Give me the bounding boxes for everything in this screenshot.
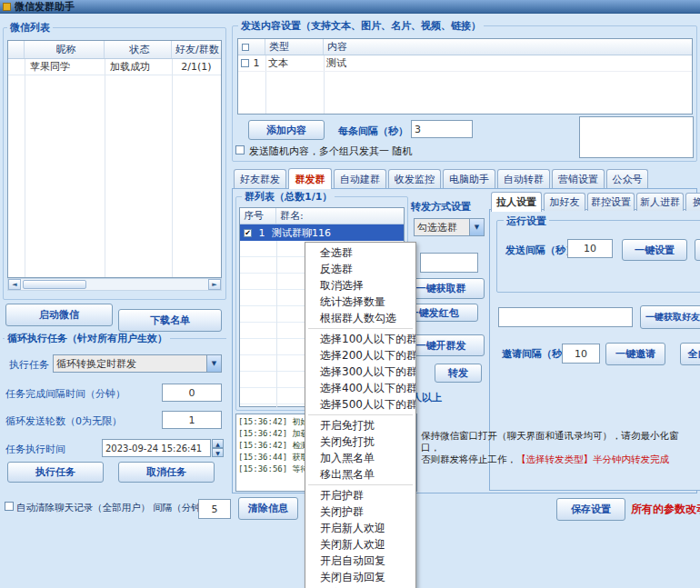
menu-item-blacklist-remove[interactable]: 移出黑名单 <box>305 466 415 483</box>
task-type-combobox[interactable]: 循环转换定时群发 ▼ <box>53 354 222 373</box>
task-rounds-input[interactable]: 1 <box>162 411 222 429</box>
fetch-friends-button[interactable]: 一键获取好友 <box>640 305 700 329</box>
scroll-right-icon[interactable]: ► <box>208 279 221 290</box>
random-checkbox[interactable] <box>235 145 245 154</box>
per-item-interval-input[interactable]: 3 <box>411 120 473 138</box>
wechat-table-header: 昵称 状态 好友/群数 <box>8 41 221 59</box>
menu-item-cancel-select[interactable]: 取消选择 <box>305 277 415 294</box>
tab-monitor[interactable]: 收发监控 <box>388 169 441 188</box>
group-table-selected-row[interactable]: ✔ 1 测试群聊116 <box>240 224 404 241</box>
menu-item-mute-on[interactable]: 开启免打扰 <box>305 417 415 434</box>
auto-clear-checkbox[interactable] <box>5 502 14 511</box>
menu-item-guard-on[interactable]: 开启护群 <box>305 487 415 503</box>
save-settings-button[interactable]: 保存设置 <box>556 498 625 521</box>
scroll-left-icon[interactable]: ◄ <box>8 279 21 290</box>
clear-interval-input[interactable]: 5 <box>198 499 231 519</box>
wechat-col-count: 好友/群数 <box>172 41 221 58</box>
task-time-input[interactable]: 2023-09-24 15:26:41 <box>102 439 211 457</box>
task-rounds-label: 循环发送轮数（0为无限） <box>5 414 122 428</box>
menu-item-select-all[interactable]: 全选群 <box>305 244 415 261</box>
tab-auto-create-group[interactable]: 自动建群 <box>334 169 386 188</box>
menu-item-autoreply-on[interactable]: 开启自动回复 <box>305 553 415 569</box>
menu-item-count-selected[interactable]: 统计选择数量 <box>305 294 415 310</box>
clear-info-button[interactable]: 清除信息 <box>238 497 298 520</box>
menu-separator <box>308 328 413 329</box>
tab-auto-switch-group[interactable]: 自动转群 <box>497 169 550 188</box>
tab-friend-send[interactable]: 好友群发 <box>234 169 286 188</box>
forward-mode-combobox[interactable]: 勾选选群 ▼ <box>414 218 485 236</box>
tab-marketing[interactable]: 营销设置 <box>552 169 605 188</box>
task-section-title: 循环执行任务（针对所有用户生效） <box>5 332 170 345</box>
wechat-table-hscrollbar[interactable]: ◄ ► <box>7 278 222 291</box>
rtab-add-friend[interactable]: 加好友 <box>544 193 585 211</box>
content-table[interactable]: 类型 内容 1 文本 测试 <box>237 38 693 115</box>
wechat-table[interactable]: 昵称 状态 好友/群数 苹果同学 加载成功 2/1(1) <box>7 40 222 278</box>
warning-text: 所有的参数改动需要 <box>631 502 700 517</box>
content-row-type: 文本 <box>264 56 322 70</box>
edge-auto-button-1[interactable]: 全自动 <box>695 239 700 261</box>
wechat-count: 2/1(1) <box>172 61 221 73</box>
tab-official-account[interactable]: 公众号 <box>606 169 648 188</box>
menu-item-blacklist-add[interactable]: 加入黑名单 <box>305 450 415 466</box>
random-checkbox-label: 发送随机内容，多个组只发其一 随机 <box>249 145 413 158</box>
menu-item-autoreply-off[interactable]: 关闭自动回复 <box>305 569 415 585</box>
auto-clear-label: 自动清除聊天记录（全部用户） 间隔（分钟） <box>16 502 210 514</box>
rtab-invite-settings[interactable]: 拉人设置 <box>491 192 542 212</box>
menu-item-under-400[interactable]: 选择400人以下的群 <box>305 380 415 396</box>
content-title: 发送内容设置（支持文本、图片、名片、视频、链接） <box>238 19 484 33</box>
menu-item-under-200[interactable]: 选择200人以下的群 <box>305 347 415 364</box>
download-list-button[interactable]: 下载名单 <box>118 309 222 332</box>
notice-line2: 否则群发将停止工作，【选择转发类型】半分钟内转发完成 <box>421 453 695 465</box>
menu-item-welcome-off[interactable]: 关闭新人欢迎 <box>305 536 415 553</box>
rtab-switch-group[interactable]: 换群 <box>685 193 700 211</box>
notice-line1: 保持微信窗口打开（聊天界面和通讯录均可），请勿最小化窗口， <box>421 430 695 453</box>
friend-input[interactable] <box>498 307 633 327</box>
menu-item-under-300[interactable]: 选择300人以下的群 <box>305 364 415 380</box>
chevron-down-icon[interactable]: ▼ <box>206 355 221 372</box>
chevron-down-icon[interactable]: ▼ <box>469 219 484 235</box>
task-time-spinner[interactable]: ▲ ▼ <box>212 439 224 457</box>
tab-pc-helper[interactable]: 电脑助手 <box>443 169 495 188</box>
menu-item-under-500[interactable]: 选择500人以下的群 <box>305 396 415 413</box>
content-table-row[interactable]: 1 文本 测试 <box>238 55 692 72</box>
row-checkbox[interactable] <box>241 59 249 67</box>
spin-up-icon[interactable]: ▲ <box>212 439 224 448</box>
menu-item-under-100[interactable]: 选择100人以下的群 <box>305 331 415 347</box>
tab-group-send[interactable]: 群发群 <box>288 168 332 189</box>
add-content-button[interactable]: 添加内容 <box>248 120 325 140</box>
checkbox-checked-icon[interactable]: ✔ <box>244 229 252 237</box>
group-filter-input[interactable] <box>420 253 478 273</box>
notice-line2-black: 否则群发将停止工作， <box>421 453 516 464</box>
menu-item-select-by-size[interactable]: 根据群人数勾选 <box>305 310 415 326</box>
forward-mode-label: 转发方式设置 <box>411 200 471 214</box>
checkbox-all-icon[interactable] <box>242 44 249 51</box>
content-preview-box[interactable] <box>579 116 694 158</box>
one-key-invite-button[interactable]: 一键邀请 <box>605 343 665 365</box>
group-list-title: 群列表（总数1/1） <box>242 190 335 204</box>
rtab-newcomer[interactable]: 新人进群 <box>636 193 684 211</box>
task-time-label: 任务执行时间 <box>5 443 65 456</box>
edge-auto-button-2[interactable]: 全自动 <box>680 343 700 365</box>
wechat-table-row[interactable]: 苹果同学 加载成功 2/1(1) <box>8 59 221 75</box>
group-table-header: 序号 群名: <box>240 208 404 224</box>
invite-interval-input[interactable]: 10 <box>562 344 600 364</box>
start-wechat-button[interactable]: 启动微信 <box>5 304 113 326</box>
menu-item-guard-off[interactable]: 关闭护群 <box>305 503 415 520</box>
task-interval-label: 任务完成间隔时间（分钟） <box>5 387 125 401</box>
menu-item-mute-off[interactable]: 关闭免打扰 <box>305 434 415 450</box>
menu-item-invert-select[interactable]: 反选群 <box>305 261 415 277</box>
menu-item-welcome-on[interactable]: 开启新人欢迎 <box>305 520 415 536</box>
task-type-label: 执行任务 <box>9 358 49 372</box>
spin-down-icon[interactable]: ▼ <box>212 448 224 457</box>
rtab-group-control[interactable]: 群控设置 <box>587 193 635 211</box>
window-title: 微信发群助手 <box>15 0 75 14</box>
cancel-task-button[interactable]: 取消任务 <box>118 462 215 483</box>
forward-button[interactable]: 转发 <box>435 364 482 383</box>
one-key-set-button[interactable]: 一键设置 <box>622 239 687 261</box>
send-interval-input[interactable]: 10 <box>567 239 613 258</box>
wechat-nick: 苹果同学 <box>25 60 105 74</box>
scrollbar-thumb[interactable] <box>23 280 86 289</box>
title-bar: 微信发群助手 <box>0 0 700 14</box>
run-task-button[interactable]: 执行任务 <box>7 462 104 483</box>
task-interval-input[interactable]: 0 <box>162 384 222 402</box>
